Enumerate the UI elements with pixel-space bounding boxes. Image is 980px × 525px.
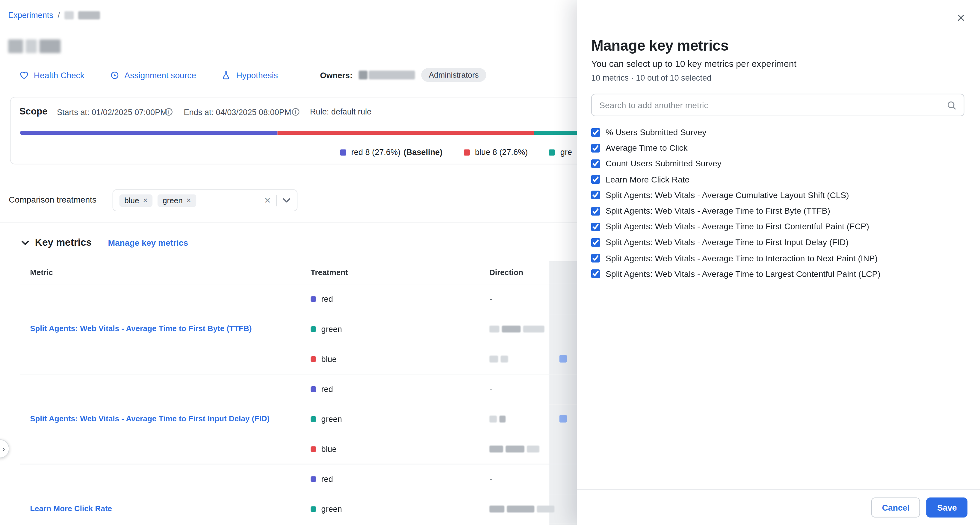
highlighted-column-cell bbox=[549, 344, 577, 374]
metric-checkbox[interactable] bbox=[591, 144, 600, 152]
direction-cell bbox=[489, 494, 549, 524]
column-header-metric: Metric bbox=[20, 268, 308, 277]
metric-option-label: Split Agents: Web Vitals - Average Time … bbox=[606, 238, 848, 247]
metric-checkbox[interactable] bbox=[591, 222, 600, 231]
tab-hypothesis[interactable]: Hypothesis bbox=[221, 70, 278, 80]
treatment-cell: red bbox=[308, 284, 489, 314]
metric-option-average-time-to-click: Average Time to Click bbox=[591, 140, 969, 156]
heart-icon bbox=[19, 70, 29, 80]
info-icon[interactable] bbox=[291, 108, 300, 116]
metric-search-input[interactable] bbox=[592, 94, 964, 116]
legend-label: blue 8 (27.6%) bbox=[475, 147, 528, 157]
select-divider bbox=[276, 195, 277, 206]
metric-checkbox[interactable] bbox=[591, 270, 600, 278]
metric-link-learn-more-click-rate[interactable]: Learn More Click Rate bbox=[30, 504, 112, 514]
redacted-block bbox=[523, 326, 544, 333]
metric-checkbox[interactable] bbox=[591, 128, 600, 137]
metric-cell: Split Agents: Web Vitals - Average Time … bbox=[20, 374, 308, 464]
drawer-subtitle: You can select up to 10 key metrics per … bbox=[591, 59, 796, 69]
treatment-dot bbox=[310, 416, 316, 422]
metric-checkbox[interactable] bbox=[591, 238, 600, 247]
breadcrumb-experiments-link[interactable]: Experiments bbox=[8, 11, 53, 20]
metric-option-split-agents-web-vitals-average-time-to-interaction-to-next-paint-inp: Split Agents: Web Vitals - Average Time … bbox=[591, 250, 969, 266]
metric-option-label: Split Agents: Web Vitals - Average Time … bbox=[606, 222, 869, 231]
treatment-cell: green bbox=[308, 494, 489, 524]
legend-item: red 8 (27.6%)(Baseline) bbox=[340, 147, 442, 157]
direction-cell bbox=[489, 434, 549, 464]
metric-option-split-agents-web-vitals-average-cumulative-layout-shift-cls: Split Agents: Web Vitals - Average Cumul… bbox=[591, 187, 969, 203]
metric-option-count-users-submitted-survey: Count Users Submitted Survey bbox=[591, 156, 969, 172]
direction-cell bbox=[489, 404, 549, 434]
direction-cell bbox=[489, 344, 549, 374]
metric-option-label: Count Users Submitted Survey bbox=[606, 159, 722, 168]
treatment-dot bbox=[310, 446, 316, 452]
highlighted-column-cell bbox=[549, 524, 577, 525]
tab-health-check[interactable]: Health Check bbox=[19, 70, 84, 80]
impact-marker bbox=[560, 415, 567, 423]
legend-label: red 8 (27.6%) bbox=[351, 147, 401, 157]
cancel-button[interactable]: Cancel bbox=[871, 498, 920, 517]
highlighted-column-strip bbox=[549, 261, 577, 284]
highlighted-column-cell bbox=[549, 404, 577, 434]
chip-label: green bbox=[162, 196, 183, 205]
collapse-chevron-icon[interactable] bbox=[21, 240, 29, 246]
metric-option-split-agents-web-vitals-average-time-to-first-input-delay-fid: Split Agents: Web Vitals - Average Time … bbox=[591, 235, 969, 251]
metric-checkbox[interactable] bbox=[591, 160, 600, 168]
highlighted-column-cell bbox=[549, 374, 577, 404]
tab-label: Health Check bbox=[34, 70, 84, 80]
treatment-cell: blue bbox=[308, 524, 489, 525]
close-icon[interactable]: × bbox=[957, 11, 965, 25]
info-icon[interactable] bbox=[164, 108, 173, 116]
redacted-block bbox=[506, 445, 525, 452]
tab-assignment-source[interactable]: Assignment source bbox=[109, 70, 196, 80]
metric-option-label: % Users Submitted Survey bbox=[606, 128, 706, 137]
metric-link-split-agents-web-vitals-average-time-to-first-byte-ttfb[interactable]: Split Agents: Web Vitals - Average Time … bbox=[30, 324, 252, 334]
metric-option-label: Average Time to Click bbox=[606, 143, 687, 153]
metric-option-split-agents-web-vitals-average-time-to-largest-contentful-paint-lcp: Split Agents: Web Vitals - Average Time … bbox=[591, 266, 969, 282]
direction-cell: - bbox=[489, 284, 549, 314]
remove-chip-icon[interactable]: × bbox=[186, 196, 191, 204]
clear-all-icon[interactable]: × bbox=[264, 195, 271, 206]
redacted-value bbox=[489, 356, 508, 362]
remove-chip-icon[interactable]: × bbox=[143, 196, 148, 204]
metric-checkbox[interactable] bbox=[591, 191, 600, 199]
redacted-block bbox=[501, 356, 508, 362]
redacted-breadcrumb-block bbox=[78, 11, 100, 19]
direction-cell bbox=[489, 524, 549, 525]
treatment-chip-green[interactable]: green× bbox=[158, 194, 196, 207]
metric-option-label: Split Agents: Web Vitals - Average Cumul… bbox=[606, 191, 849, 200]
treatment-name: red bbox=[321, 475, 333, 484]
metric-checkbox[interactable] bbox=[591, 175, 600, 184]
treatment-chip-blue[interactable]: blue× bbox=[119, 194, 153, 207]
metric-checkbox[interactable] bbox=[591, 254, 600, 263]
flask-icon bbox=[221, 70, 231, 80]
header-tabs: Health CheckAssignment sourceHypothesis bbox=[19, 67, 278, 82]
treatment-cell: green bbox=[308, 314, 489, 344]
chevron-down-icon[interactable] bbox=[282, 198, 291, 203]
treatment-name: red bbox=[321, 295, 333, 304]
comparison-treatments-select[interactable]: blue×green× × bbox=[113, 189, 298, 211]
treatment-cell: red bbox=[308, 374, 489, 404]
legend-baseline-label: (Baseline) bbox=[404, 147, 443, 157]
direction-cell: - bbox=[489, 464, 549, 494]
treatment-name: green bbox=[321, 415, 342, 424]
target-icon bbox=[109, 70, 119, 80]
direction-cell bbox=[489, 314, 549, 344]
metric-option-split-agents-web-vitals-average-time-to-first-contentful-paint-fcp: Split Agents: Web Vitals - Average Time … bbox=[591, 219, 969, 235]
treatment-dot bbox=[310, 296, 316, 302]
metric-link-split-agents-web-vitals-average-time-to-first-input-delay-fid[interactable]: Split Agents: Web Vitals - Average Time … bbox=[30, 414, 270, 424]
scope-ends-at: Ends at: 04/03/2025 08:00PM bbox=[184, 108, 291, 117]
redacted-breadcrumb-block bbox=[64, 11, 74, 19]
treatment-dot bbox=[310, 356, 316, 362]
legend-swatch bbox=[340, 149, 346, 155]
expand-sidebar-button[interactable]: › bbox=[0, 439, 9, 458]
metric-checkbox-list: % Users Submitted SurveyAverage Time to … bbox=[591, 124, 969, 282]
treatment-dot bbox=[310, 476, 316, 482]
metric-option-label: Learn More Click Rate bbox=[606, 175, 689, 184]
metric-checkbox[interactable] bbox=[591, 206, 600, 215]
search-icon[interactable] bbox=[946, 100, 957, 110]
save-button[interactable]: Save bbox=[926, 498, 967, 517]
manage-key-metrics-link[interactable]: Manage key metrics bbox=[108, 238, 188, 247]
screen: Experiments / Health CheckAssignment sou… bbox=[0, 0, 980, 525]
tab-label: Assignment source bbox=[124, 70, 196, 80]
